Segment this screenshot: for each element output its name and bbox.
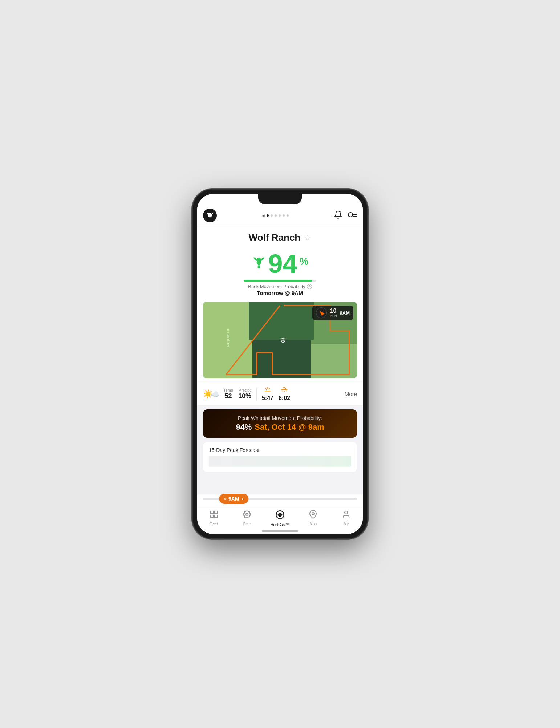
sunset-item: 8:02	[279, 387, 290, 401]
nav-item-me[interactable]: Me	[330, 510, 363, 527]
temp-label: Temp	[223, 388, 233, 392]
search-menu-icon[interactable]	[348, 211, 357, 220]
feed-label: Feed	[210, 522, 218, 526]
section-gap-1	[197, 405, 363, 409]
header-actions	[334, 210, 357, 221]
peak-banner: Peak Whitetail Movement Probability: 94%…	[203, 409, 357, 438]
wind-badge: 10 MPH 9AM	[312, 306, 353, 320]
phone-screen: ◀	[197, 194, 363, 534]
wind-info: 10 MPH	[330, 308, 337, 318]
svg-rect-6	[257, 265, 260, 268]
time-slider-track[interactable]: < 9AM >	[203, 498, 357, 500]
svg-rect-10	[215, 515, 217, 518]
map-crosshair: ⊕	[280, 336, 286, 344]
progress-bar	[244, 280, 316, 282]
feed-icon	[210, 510, 218, 521]
nav-item-feed[interactable]: Feed	[197, 510, 230, 527]
app-content: ◀	[197, 194, 363, 534]
svg-rect-9	[211, 515, 213, 518]
nav-item-gear[interactable]: Gear	[230, 510, 263, 527]
svg-point-12	[312, 513, 314, 515]
satellite-map[interactable]: Camp Ten Rd ⊕	[203, 302, 357, 378]
me-icon	[342, 510, 350, 521]
progress-fill	[244, 280, 312, 282]
sunrise-time: 5:47	[262, 395, 273, 401]
wind-compass	[316, 307, 327, 318]
svg-rect-7	[211, 511, 213, 514]
property-title: Wolf Ranch	[249, 232, 301, 243]
peak-title: Peak Whitetail Movement Probability:	[210, 415, 350, 421]
main-scroll-area[interactable]: Wolf Ranch ☆ 94 %	[197, 226, 363, 494]
score-value: 94	[268, 251, 297, 277]
precip-label: Precip.	[238, 388, 251, 392]
compass-arrow	[318, 310, 324, 316]
dot-1	[267, 214, 269, 217]
weather-temps: Temp 52 Precip. 10%	[223, 388, 251, 400]
dot-2	[271, 214, 273, 217]
huntcast-icon	[275, 510, 285, 522]
dot-5	[283, 214, 285, 217]
svg-point-2	[348, 213, 353, 217]
notch	[258, 194, 302, 204]
svg-rect-8	[215, 511, 217, 514]
bottom-navigation: Feed Gear	[197, 507, 363, 534]
time-slider-container: < 9AM >	[197, 494, 363, 507]
forecast-title: 15-Day Peak Forecast	[209, 447, 351, 453]
deer-score-icon	[252, 255, 266, 273]
nav-item-huntcast[interactable]: HuntCast™	[263, 510, 296, 527]
gear-label: Gear	[243, 522, 251, 526]
notification-icon[interactable]	[334, 210, 342, 221]
temperature-item: Temp 52	[223, 388, 233, 400]
weather-divider	[256, 388, 257, 401]
sunrise-item: 5:47	[262, 387, 273, 401]
dot-6	[287, 214, 289, 217]
sunset-time: 8:02	[279, 395, 290, 401]
wind-speed-value: 10	[330, 308, 337, 314]
weather-icon-area: ☀️ ☁️	[203, 389, 220, 399]
score-row: 94 %	[204, 251, 356, 277]
cloud-icon: ☁️	[211, 390, 220, 399]
forecast-time-label: Tomorrow @ 9AM	[204, 290, 356, 296]
peak-percent: 94%	[236, 422, 252, 432]
score-section: 94 % Buck Movement Probability ? Tomorro…	[197, 248, 363, 302]
property-title-row: Wolf Ranch ☆	[204, 232, 356, 243]
precipitation-item: Precip. 10%	[238, 388, 251, 400]
info-icon[interactable]: ?	[307, 284, 312, 289]
svg-point-13	[345, 511, 348, 514]
phone-frame: ◀	[193, 190, 367, 538]
temp-value: 52	[223, 392, 233, 400]
forecast-section: 15-Day Peak Forecast	[203, 442, 357, 472]
gear-icon	[243, 510, 251, 521]
precip-value: 10%	[238, 392, 251, 400]
sunset-icon	[279, 387, 290, 395]
svg-line-1	[341, 211, 341, 212]
peak-date: Sat, Oct 14 @ 9am	[255, 422, 324, 432]
huntcast-label: HuntCast™	[271, 523, 289, 527]
map-container: Camp Ten Rd ⊕	[197, 302, 363, 383]
more-weather-button[interactable]: More	[345, 391, 357, 397]
dot-4	[279, 214, 281, 217]
nav-item-map[interactable]: Map	[297, 510, 330, 527]
map-satellite-bg: Camp Ten Rd ⊕	[203, 302, 357, 378]
scroll-bottom-space	[197, 472, 363, 494]
me-label: Me	[344, 522, 349, 526]
map-label: Map	[309, 522, 316, 526]
page-dots: ◀	[262, 214, 289, 218]
weather-strip: ☀️ ☁️ Temp 52 Precip. 10%	[197, 383, 363, 405]
svg-point-11	[246, 513, 248, 515]
map-icon	[309, 510, 317, 521]
dot-3	[275, 214, 277, 217]
sunrise-icon	[262, 387, 273, 395]
home-indicator	[262, 530, 298, 532]
title-section: Wolf Ranch ☆	[197, 226, 363, 248]
movement-probability-label: Buck Movement Probability ?	[204, 284, 356, 289]
sunrise-sunset: 5:47 8:02	[262, 387, 290, 401]
peak-value-row: 94% Sat, Oct 14 @ 9am	[210, 422, 350, 432]
app-logo[interactable]	[203, 209, 217, 222]
wind-unit-label: MPH	[330, 314, 337, 318]
score-percent-symbol: %	[300, 256, 309, 267]
forecast-preview	[209, 456, 351, 467]
wind-time-label: 9AM	[340, 310, 350, 316]
favorite-star-icon[interactable]: ☆	[304, 233, 311, 243]
